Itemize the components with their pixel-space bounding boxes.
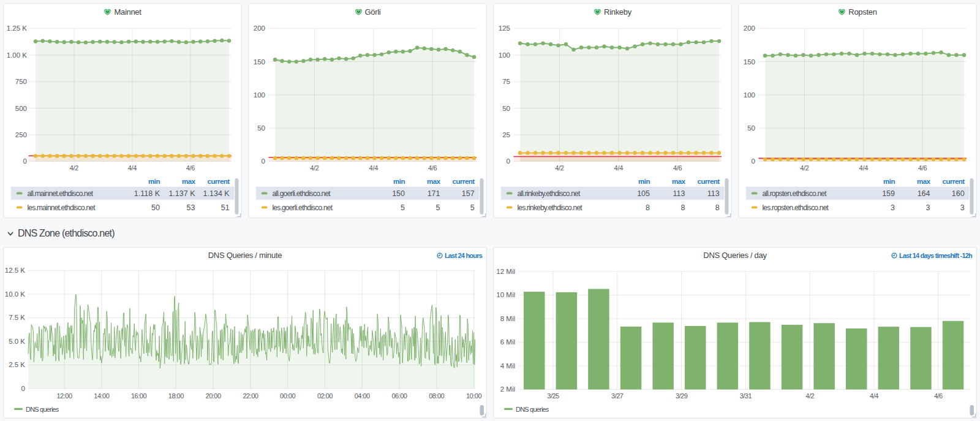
svg-text:8: 8 (681, 203, 685, 212)
svg-text:0: 0 (262, 157, 265, 165)
svg-text:4/6: 4/6 (934, 392, 943, 400)
svg-text:4/2: 4/2 (555, 164, 564, 172)
svg-text:min: min (638, 178, 650, 185)
svg-text:22:00: 22:00 (243, 392, 258, 400)
svg-text:4/2: 4/2 (800, 164, 809, 172)
svg-text:12:00: 12:00 (56, 392, 72, 400)
svg-text:4/6: 4/6 (673, 164, 682, 172)
svg-text:159: 159 (882, 189, 895, 198)
svg-text:3/31: 3/31 (740, 392, 752, 400)
svg-text:8: 8 (646, 203, 650, 212)
svg-text:20:00: 20:00 (206, 392, 221, 400)
svg-text:4/2: 4/2 (310, 164, 319, 172)
svg-text:105: 105 (637, 189, 650, 198)
svg-text:current: current (208, 178, 230, 185)
svg-text:0: 0 (507, 157, 510, 165)
svg-text:500: 500 (15, 105, 27, 112)
svg-text:125: 125 (499, 25, 510, 32)
svg-text:150: 150 (254, 58, 265, 66)
svg-text:113: 113 (707, 189, 720, 198)
svg-text:150: 150 (744, 58, 755, 66)
svg-text:les.ropsten.ethdisco.net: les.ropsten.ethdisco.net (763, 203, 829, 212)
svg-text:max: max (427, 178, 441, 185)
svg-text:7.5 K: 7.5 K (9, 314, 25, 321)
svg-text:2.5 K: 2.5 K (9, 361, 25, 368)
svg-text:200: 200 (254, 25, 265, 32)
svg-text:171: 171 (428, 189, 440, 198)
svg-text:8 Mil: 8 Mil (500, 315, 515, 322)
svg-text:16:00: 16:00 (131, 392, 146, 400)
svg-text:160: 160 (952, 189, 965, 198)
svg-text:14:00: 14:00 (94, 392, 109, 400)
svg-text:113: 113 (673, 189, 685, 198)
svg-text:max: max (182, 178, 196, 185)
svg-text:les.mainnet.ethdisco.net: les.mainnet.ethdisco.net (28, 203, 96, 212)
svg-text:5: 5 (401, 203, 405, 212)
svg-text:100: 100 (744, 91, 755, 99)
svg-text:les.rinkeby.ethdisco.net: les.rinkeby.ethdisco.net (518, 203, 583, 212)
svg-text:75: 75 (502, 78, 510, 85)
svg-text:DNS queries: DNS queries (26, 406, 59, 413)
svg-text:157: 157 (462, 189, 475, 198)
svg-text:min: min (148, 178, 160, 185)
svg-text:10 Mil: 10 Mil (496, 291, 515, 298)
svg-text:4/4: 4/4 (614, 164, 624, 172)
svg-text:4/4: 4/4 (870, 392, 878, 400)
svg-text:4/4: 4/4 (128, 164, 137, 172)
svg-text:current: current (698, 178, 720, 185)
svg-text:all.goerli.ethdisco.net: all.goerli.ethdisco.net (273, 189, 331, 198)
svg-text:50: 50 (747, 124, 755, 132)
svg-text:4/6: 4/6 (186, 164, 195, 172)
svg-text:5: 5 (470, 203, 475, 212)
svg-text:current: current (943, 178, 965, 185)
svg-text:12.5 K: 12.5 K (5, 267, 26, 274)
svg-text:5: 5 (436, 203, 440, 212)
svg-text:3: 3 (960, 203, 965, 212)
svg-text:4/2: 4/2 (805, 392, 814, 400)
svg-text:1.137 K: 1.137 K (168, 189, 195, 198)
svg-text:min: min (393, 178, 405, 185)
svg-text:18:00: 18:00 (168, 392, 184, 400)
svg-text:4/6: 4/6 (428, 164, 437, 172)
svg-text:100: 100 (254, 91, 265, 99)
svg-text:1.25 K: 1.25 K (7, 25, 28, 32)
svg-text:1.134 K: 1.134 K (203, 189, 230, 198)
svg-text:all.ropsten.ethdisco.net: all.ropsten.ethdisco.net (763, 189, 827, 198)
svg-text:1.118 K: 1.118 K (134, 189, 160, 198)
svg-text:max: max (917, 178, 931, 185)
svg-text:06:00: 06:00 (391, 392, 407, 400)
svg-text:10.0 K: 10.0 K (5, 290, 26, 298)
svg-text:250: 250 (15, 131, 27, 138)
svg-text:current: current (453, 178, 475, 185)
svg-text:00:00: 00:00 (280, 392, 295, 400)
svg-text:max: max (672, 178, 686, 185)
svg-text:DNS queries: DNS queries (516, 406, 549, 413)
svg-text:50: 50 (257, 124, 265, 132)
svg-text:50: 50 (502, 105, 510, 112)
svg-text:3: 3 (891, 203, 895, 212)
svg-text:6 Mil: 6 Mil (500, 338, 515, 346)
svg-text:3: 3 (926, 203, 930, 212)
svg-text:5.0 K: 5.0 K (9, 338, 25, 345)
svg-text:4/2: 4/2 (70, 164, 79, 172)
svg-text:all.rinkeby.ethdisco.net: all.rinkeby.ethdisco.net (518, 189, 581, 198)
svg-text:50: 50 (151, 203, 160, 212)
svg-text:0: 0 (23, 157, 27, 165)
svg-text:10:00: 10:00 (466, 392, 481, 400)
svg-text:0: 0 (752, 157, 755, 165)
svg-text:100: 100 (499, 51, 510, 59)
svg-text:2 Mil: 2 Mil (500, 385, 515, 393)
svg-text:1.00 K: 1.00 K (7, 51, 28, 59)
svg-text:164: 164 (918, 189, 930, 198)
svg-text:53: 53 (187, 203, 195, 212)
svg-text:3/27: 3/27 (611, 392, 624, 400)
svg-text:4/4: 4/4 (859, 164, 869, 172)
svg-text:08:00: 08:00 (429, 392, 444, 400)
svg-text:150: 150 (392, 189, 405, 198)
svg-text:8: 8 (715, 203, 720, 212)
svg-text:les.goerli.ethdisco.net: les.goerli.ethdisco.net (273, 203, 333, 212)
svg-text:3/25: 3/25 (547, 392, 559, 400)
svg-text:12 Mil: 12 Mil (496, 268, 515, 275)
svg-text:4 Mil: 4 Mil (500, 362, 515, 370)
svg-text:0: 0 (21, 385, 25, 392)
